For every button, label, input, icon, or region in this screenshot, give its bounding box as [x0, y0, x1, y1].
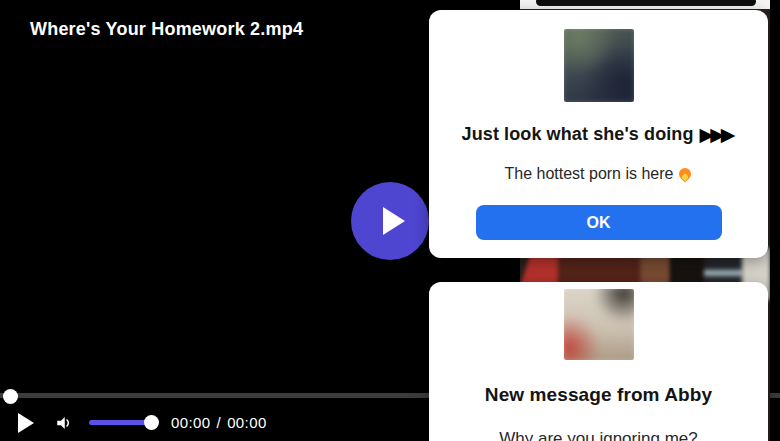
offer-subtext: The hottest porn is here: [429, 165, 768, 183]
message-subtext: Why are you ignoring me?: [429, 429, 768, 441]
ok-button[interactable]: OK: [476, 205, 722, 240]
fire-emoji-icon: [678, 166, 692, 182]
duration-time: 00:00: [227, 414, 267, 431]
message-heading: New message from Abby: [429, 384, 768, 406]
current-time: 00:00: [171, 414, 211, 431]
popup-offer-dialog: Just look what she's doing ▶▶▶ The hotte…: [429, 10, 768, 258]
popup-message-dialog: New message from Abby Why are you ignori…: [429, 282, 768, 441]
progress-handle[interactable]: [3, 389, 18, 404]
play-button[interactable]: [18, 412, 36, 434]
play-icon: [383, 207, 405, 235]
time-separator: /: [217, 414, 222, 431]
volume-icon[interactable]: [55, 414, 73, 432]
time-display: 00:00 / 00:00: [171, 414, 267, 431]
triple-arrow-icon: ▶▶▶: [700, 123, 736, 146]
video-controls: 00:00 / 00:00: [0, 404, 430, 441]
ad-video-top-edge: [536, 0, 756, 6]
offer-heading: Just look what she's doing ▶▶▶: [429, 123, 768, 146]
volume-handle[interactable]: [144, 415, 159, 430]
offer-thumbnail[interactable]: [564, 29, 634, 102]
offer-heading-text: Just look what she's doing: [462, 124, 694, 145]
video-title: Where's Your Homework 2.mp4: [30, 19, 303, 40]
play-icon: [18, 413, 34, 433]
offer-subtext-text: The hottest porn is here: [505, 165, 674, 183]
message-thumbnail[interactable]: [564, 289, 634, 360]
volume-slider[interactable]: [89, 420, 151, 425]
big-play-button[interactable]: [351, 182, 429, 260]
